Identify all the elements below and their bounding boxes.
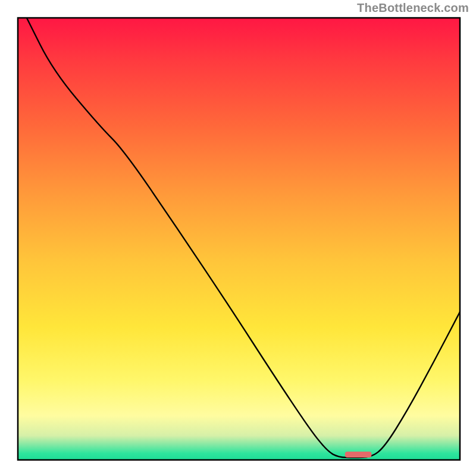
gradient-background xyxy=(18,18,460,460)
watermark-text: TheBottleneck.com xyxy=(357,1,469,15)
optimal-marker xyxy=(345,452,372,458)
bottleneck-chart xyxy=(0,0,476,476)
plot-area xyxy=(18,18,460,460)
